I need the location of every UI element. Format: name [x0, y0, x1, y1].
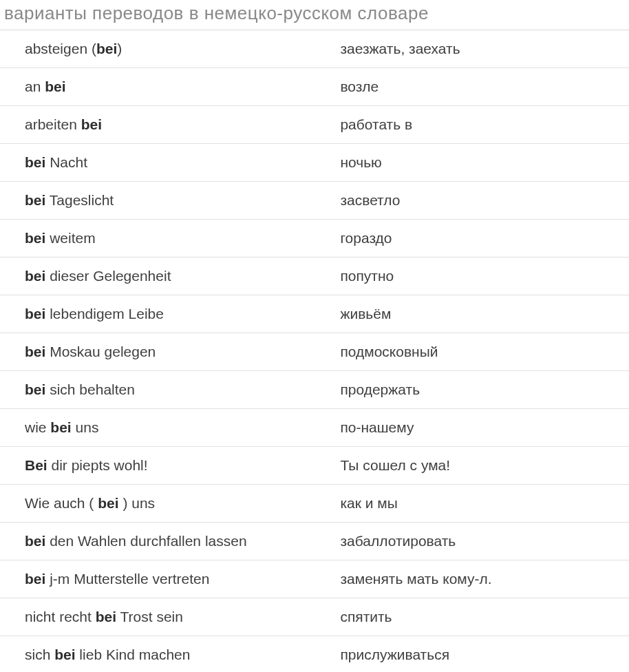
german-keyword: bei	[25, 381, 45, 397]
german-term[interactable]: bei lebendigem Leibe	[0, 295, 333, 333]
table-row: bei Moskau gelegenподмосковный	[0, 333, 629, 371]
table-row: wie bei unsпо-нашему	[0, 409, 629, 447]
german-term[interactable]: nicht recht bei Trost sein	[0, 598, 333, 636]
german-post: ) uns	[119, 495, 156, 511]
german-pre: Wie auch (	[25, 495, 98, 511]
german-keyword: bei	[96, 41, 117, 56]
russian-translation[interactable]: подмосковный	[333, 333, 629, 370]
russian-translation[interactable]: как и мы	[333, 485, 629, 522]
german-keyword: bei	[25, 571, 45, 587]
german-keyword: bei	[45, 78, 65, 94]
german-pre: sich	[25, 647, 54, 662]
german-pre: wie	[25, 419, 50, 435]
russian-translation[interactable]: попутно	[333, 258, 629, 295]
table-row: bei Tageslichtзасветло	[0, 182, 629, 220]
german-post: Tageslicht	[45, 192, 114, 208]
german-term[interactable]: arbeiten bei	[0, 106, 333, 143]
german-keyword: bei	[25, 154, 45, 170]
table-row: an beiвозле	[0, 68, 629, 106]
german-post: den Wahlen durchfallen lassen	[45, 533, 246, 549]
german-keyword: bei	[54, 647, 75, 662]
german-pre: arbeiten	[25, 116, 81, 132]
german-term[interactable]: bei Nacht	[0, 144, 333, 181]
russian-translation[interactable]: засветло	[333, 182, 629, 219]
german-keyword: bei	[96, 609, 116, 624]
russian-translation[interactable]: ночью	[333, 144, 629, 181]
german-post: dir piepts wohl!	[47, 457, 148, 473]
german-term[interactable]: wie bei uns	[0, 409, 333, 446]
table-row: bei lebendigem Leibeживьём	[0, 295, 629, 333]
russian-translation[interactable]: прислуживаться	[333, 636, 629, 672]
german-post: weitem	[45, 230, 95, 246]
table-row: bei sich behaltenпродержать	[0, 371, 629, 409]
german-keyword: bei	[50, 419, 71, 435]
german-term[interactable]: bei Moskau gelegen	[0, 333, 333, 370]
german-term[interactable]: bei j-m Mutterstelle vertreten	[0, 560, 333, 598]
german-keyword: bei	[25, 268, 45, 284]
german-term[interactable]: sich bei lieb Kind machen	[0, 636, 333, 672]
german-term[interactable]: Bei dir piepts wohl!	[0, 447, 333, 484]
table-row: arbeiten beiработать в	[0, 106, 629, 144]
german-term[interactable]: bei Tageslicht	[0, 182, 333, 219]
german-keyword: bei	[25, 344, 45, 359]
german-term[interactable]: bei sich behalten	[0, 371, 333, 408]
german-keyword: bei	[25, 230, 45, 246]
table-row: bei Nachtночью	[0, 144, 629, 182]
german-post: dieser Gelegenheit	[45, 268, 171, 284]
translations-table: absteigen (bei)заезжать, заехатьan beiво…	[0, 30, 629, 672]
german-post: Nacht	[45, 154, 87, 170]
german-keyword: Bei	[25, 457, 47, 473]
german-term[interactable]: an bei	[0, 68, 333, 105]
german-pre: an	[25, 78, 45, 94]
german-post: sich behalten	[45, 381, 135, 397]
german-post: uns	[72, 419, 99, 435]
russian-translation[interactable]: продержать	[333, 371, 629, 408]
russian-translation[interactable]: Ты сошел с ума!	[333, 447, 629, 484]
russian-translation[interactable]: спятить	[333, 598, 629, 636]
german-post: )	[117, 41, 122, 56]
russian-translation[interactable]: заменять мать кому-л.	[333, 560, 629, 598]
table-row: Wie auch ( bei ) unsкак и мы	[0, 485, 629, 523]
russian-translation[interactable]: гораздо	[333, 220, 629, 257]
russian-translation[interactable]: возле	[333, 68, 629, 105]
table-row: bei weitemгораздо	[0, 220, 629, 258]
german-pre: nicht recht	[25, 609, 96, 624]
german-post: Moskau gelegen	[45, 344, 156, 359]
german-keyword: bei	[81, 116, 102, 132]
table-row: bei j-m Mutterstelle vertretenзаменять м…	[0, 560, 629, 598]
russian-translation[interactable]: по-нашему	[333, 409, 629, 446]
table-row: sich bei lieb Kind machenприслуживаться	[0, 636, 629, 672]
table-row: nicht recht bei Trost seinспятить	[0, 598, 629, 636]
german-post: j-m Mutterstelle vertreten	[45, 571, 209, 587]
russian-translation[interactable]: живьём	[333, 295, 629, 333]
german-term[interactable]: Wie auch ( bei ) uns	[0, 485, 333, 522]
table-row: bei den Wahlen durchfallen lassenзабалло…	[0, 523, 629, 560]
german-keyword: bei	[98, 495, 118, 511]
german-keyword: bei	[25, 533, 45, 549]
german-post: lieb Kind machen	[76, 647, 191, 662]
german-term[interactable]: absteigen (bei)	[0, 30, 333, 67]
table-row: bei dieser Gelegenheitпопутно	[0, 258, 629, 295]
german-keyword: bei	[25, 306, 45, 322]
page-title: варианты переводов в немецко-русском сло…	[0, 0, 629, 30]
german-post: lebendigem Leibe	[45, 306, 164, 322]
russian-translation[interactable]: заезжать, заехать	[333, 30, 629, 67]
table-row: absteigen (bei)заезжать, заехать	[0, 30, 629, 68]
table-row: Bei dir piepts wohl!Ты сошел с ума!	[0, 447, 629, 485]
german-term[interactable]: bei dieser Gelegenheit	[0, 258, 333, 295]
german-keyword: bei	[25, 192, 45, 208]
russian-translation[interactable]: забаллотировать	[333, 523, 629, 560]
german-term[interactable]: bei weitem	[0, 220, 333, 257]
german-post: Trost sein	[116, 609, 183, 624]
german-pre: absteigen (	[25, 41, 96, 56]
german-term[interactable]: bei den Wahlen durchfallen lassen	[0, 523, 333, 560]
russian-translation[interactable]: работать в	[333, 106, 629, 143]
